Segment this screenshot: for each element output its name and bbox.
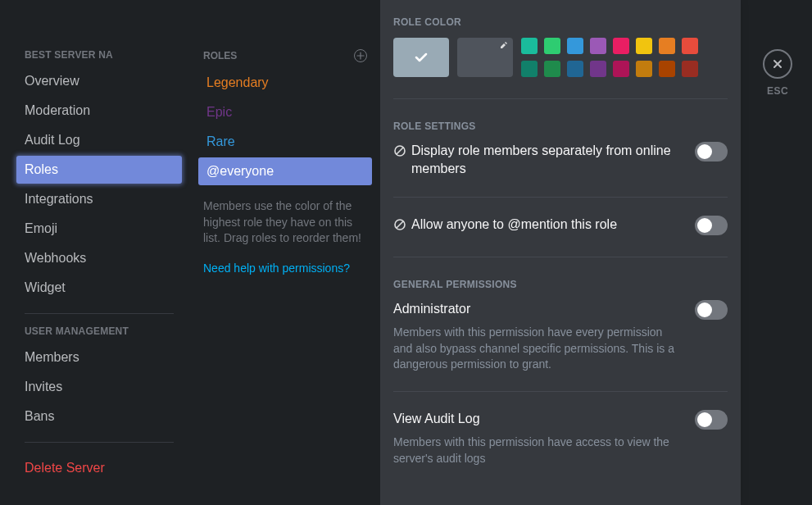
color-swatch[interactable] — [682, 38, 698, 54]
sidebar-item-widget[interactable]: Widget — [16, 274, 182, 302]
permissions-help-link[interactable]: Need help with permissions? — [203, 262, 367, 275]
divider — [393, 257, 728, 257]
toggle-view-audit-log[interactable] — [695, 410, 728, 430]
color-swatch[interactable] — [521, 61, 538, 77]
general-permissions-header: General Permissions — [393, 279, 728, 290]
permission-administrator-title: Administrator — [393, 300, 682, 318]
toggle-allow-mention[interactable] — [695, 216, 728, 235]
toggle-administrator[interactable] — [695, 300, 728, 320]
svg-line-3 — [397, 221, 403, 228]
color-swatch[interactable] — [544, 38, 560, 54]
sidebar-section-server-header: Best Server NA — [25, 49, 174, 61]
divider — [393, 391, 728, 392]
sidebar-item-overview[interactable]: Overview — [16, 67, 182, 95]
close-icon — [771, 57, 784, 71]
role-color-header: Role Color — [393, 16, 728, 28]
color-swatch[interactable] — [521, 38, 538, 54]
setting-allow-mention-label: Allow anyone to @mention this role — [411, 216, 617, 234]
color-swatch[interactable] — [567, 38, 583, 54]
divider — [393, 98, 728, 99]
role-color-palette — [521, 38, 698, 77]
sidebar-item-bans[interactable]: Bans — [16, 403, 182, 430]
sidebar-item-invites[interactable]: Invites — [16, 373, 182, 401]
color-swatch[interactable] — [613, 38, 629, 54]
close-area: ESC — [763, 49, 792, 97]
color-swatch[interactable] — [613, 61, 629, 77]
custom-role-color-swatch[interactable] — [457, 38, 513, 77]
svg-line-1 — [397, 148, 403, 154]
permission-view-audit-log-desc: Members with this permission have access… — [393, 434, 682, 466]
color-swatch[interactable] — [590, 61, 606, 77]
role-item-rare[interactable]: Rare — [198, 128, 372, 156]
sidebar-item-audit-log[interactable]: Audit Log — [16, 126, 182, 154]
sidebar-item-roles[interactable]: Roles — [16, 156, 182, 184]
toggle-display-separately[interactable] — [695, 142, 728, 162]
color-swatch[interactable] — [544, 61, 560, 77]
color-swatch[interactable] — [659, 38, 675, 54]
sidebar-item-members[interactable]: Members — [16, 343, 182, 371]
color-swatch[interactable] — [636, 61, 652, 77]
permission-view-audit-log: View Audit Log Members with this permiss… — [393, 410, 728, 467]
roles-tip-text: Members use the color of the highest rol… — [203, 198, 367, 247]
main-area: Role Color Role Settings D — [380, 0, 812, 505]
permission-administrator: Administrator Members with this permissi… — [393, 300, 728, 373]
sidebar-divider — [25, 442, 174, 443]
eyedropper-icon — [500, 41, 508, 51]
add-role-button[interactable] — [354, 49, 367, 62]
role-item-epic[interactable]: Epic — [198, 98, 372, 126]
sidebar-item-webhooks[interactable]: Webhooks — [16, 244, 182, 272]
roles-header-label: Roles — [203, 50, 237, 61]
delete-server-button[interactable]: Delete Server — [16, 454, 182, 482]
permission-administrator-desc: Members with this permission have every … — [393, 325, 682, 373]
setting-display-separately-label: Display role members separately from onl… — [411, 142, 682, 179]
sidebar-item-integrations[interactable]: Integrations — [16, 185, 182, 213]
roles-column: Roles LegendaryEpicRare@everyone Members… — [190, 0, 380, 505]
sidebar-divider — [25, 313, 174, 314]
color-swatch[interactable] — [567, 61, 583, 77]
role-item-everyone[interactable]: @everyone — [198, 157, 372, 185]
prohibit-icon — [393, 144, 406, 157]
sidebar-item-emoji[interactable]: Emoji — [16, 215, 182, 243]
setting-allow-mention: Allow anyone to @mention this role — [393, 216, 728, 235]
permission-view-audit-log-title: View Audit Log — [393, 410, 682, 428]
color-swatch[interactable] — [636, 38, 652, 54]
role-settings-header: Role Settings — [393, 121, 728, 132]
default-role-color-swatch[interactable] — [393, 38, 449, 77]
color-swatch[interactable] — [590, 38, 606, 54]
divider — [393, 197, 728, 198]
color-swatch[interactable] — [682, 61, 698, 77]
settings-sidebar: Best Server NA OverviewModerationAudit L… — [0, 0, 190, 505]
role-edit-pane: Role Color Role Settings D — [380, 0, 741, 505]
close-button[interactable] — [763, 49, 792, 79]
role-color-row — [393, 38, 728, 77]
sidebar-section-usermgmt-header: User Management — [25, 325, 174, 337]
prohibit-icon — [393, 218, 406, 231]
color-swatch[interactable] — [659, 61, 675, 77]
setting-display-separately: Display role members separately from onl… — [393, 142, 728, 179]
role-item-legendary[interactable]: Legendary — [198, 69, 372, 97]
check-icon — [413, 49, 429, 66]
esc-label: ESC — [767, 85, 788, 97]
sidebar-item-moderation[interactable]: Moderation — [16, 97, 182, 125]
